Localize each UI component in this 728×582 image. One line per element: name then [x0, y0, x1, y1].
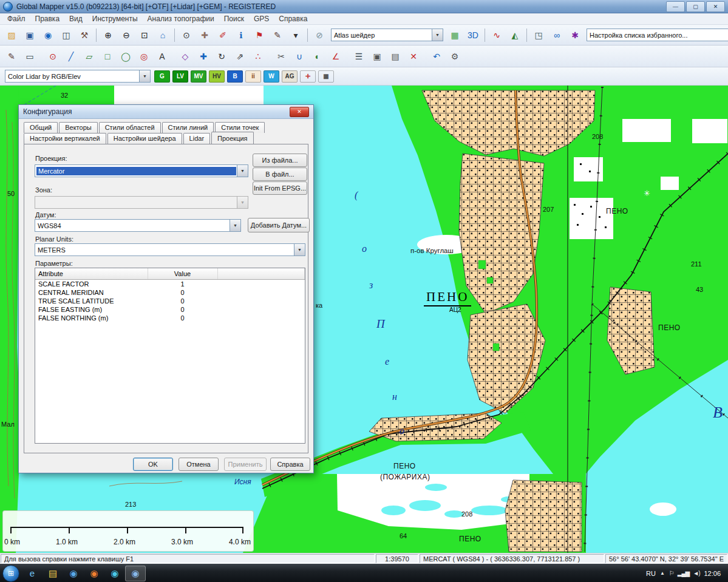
close-button[interactable]: ✕	[706, 1, 725, 12]
taskbar-ie-icon[interactable]: e	[22, 566, 43, 581]
digitizer-edit-icon[interactable]: ✎	[3, 48, 20, 65]
skyview-icon[interactable]: ◭	[506, 27, 523, 44]
tab[interactable]: Стили областей	[99, 122, 161, 133]
taskbar-explorer-icon[interactable]: ▤	[43, 566, 63, 581]
vertex-edit-icon[interactable]: ◇	[177, 48, 194, 65]
lidar-color-combo[interactable]: Color Lidar by RGB/Elev ▼	[5, 70, 151, 83]
new-window-icon[interactable]: ◳	[530, 27, 547, 44]
undo-digitizer-icon[interactable]: ↶	[428, 48, 445, 65]
zoom-in-icon[interactable]: ⊕	[100, 27, 117, 44]
table-row[interactable]: FALSE EASTING (m) 0	[35, 305, 305, 314]
shader-palette-icon[interactable]: ▦	[446, 27, 463, 44]
column-header-attribute[interactable]: Attribute	[35, 268, 148, 280]
table-row[interactable]: CENTRAL MERIDIAN 0	[35, 288, 305, 297]
tool-dropdown-icon[interactable]: ▾	[287, 27, 304, 44]
lidar-ag-icon[interactable]: AG	[282, 70, 298, 83]
menu-item[interactable]: GPS	[249, 14, 274, 24]
buffer-icon[interactable]: ◐	[309, 48, 326, 65]
select-features-icon[interactable]: ▭	[21, 48, 38, 65]
attributes-icon[interactable]: ☰	[350, 48, 367, 65]
delete-feature-icon[interactable]: ✕	[405, 48, 422, 65]
restore-button[interactable]: ▢	[686, 1, 705, 12]
no-tool-icon[interactable]: ⊘	[311, 27, 328, 44]
menu-item[interactable]: Правка	[30, 14, 65, 24]
chevron-down-icon[interactable]: ▼	[432, 29, 443, 41]
menu-item[interactable]: Справка	[274, 14, 312, 24]
create-area-icon[interactable]: ▱	[81, 48, 98, 65]
dialog-close-icon[interactable]: ✕	[290, 107, 309, 117]
create-point-icon[interactable]: ⊙	[44, 48, 61, 65]
overlay-control-icon[interactable]: ◫	[58, 27, 75, 44]
pan-tool-icon[interactable]: ✚	[196, 27, 213, 44]
tab[interactable]: Lidar	[183, 133, 210, 144]
taskbar-firefox-icon[interactable]: ◉	[84, 566, 104, 581]
add-datum-button[interactable]: Добавить Датум...	[248, 218, 310, 232]
init-epsg-button[interactable]: Init From EPSG...	[253, 181, 307, 195]
extra-tools-icon[interactable]: ✱	[566, 27, 583, 44]
open-file-icon[interactable]: ▨	[3, 27, 20, 44]
menu-item[interactable]: Вид	[64, 14, 87, 24]
favorites-combo[interactable]: Настройка списка избранного... ▼	[587, 29, 728, 41]
lidar-people-icon[interactable]: ii	[245, 70, 261, 83]
path-profile-icon[interactable]: ∿	[488, 27, 505, 44]
split-line-icon[interactable]: ✂	[273, 48, 290, 65]
lidar-ground-icon[interactable]: G	[154, 70, 170, 83]
digitizer-tool-icon[interactable]: ✎	[269, 27, 286, 44]
paste-feature-icon[interactable]: ▤	[387, 48, 404, 65]
zoom-window-icon[interactable]: ⊡	[136, 27, 153, 44]
move-feature-icon[interactable]: ✚	[195, 48, 212, 65]
tab[interactable]: Стили линий	[162, 122, 214, 133]
tab[interactable]: Общий	[24, 122, 58, 133]
lidar-move-icon[interactable]: ✛	[300, 70, 316, 83]
lidar-low-veg-icon[interactable]: LV	[172, 70, 188, 83]
tab[interactable]: Настройки шейдера	[107, 133, 182, 144]
taskbar-global-mapper-icon[interactable]: ◉	[125, 566, 146, 581]
table-row[interactable]: TRUE SCALE LATITUDE 0	[35, 297, 305, 305]
shader-combo[interactable]: Atlas шейдер ▼	[331, 29, 443, 41]
column-header-value[interactable]: Value	[148, 268, 217, 280]
clock[interactable]: 12:06	[704, 570, 721, 577]
menu-item[interactable]: Файл	[2, 14, 30, 24]
menu-item[interactable]: Инструменты	[87, 14, 143, 24]
configuration-icon[interactable]: ⚒	[76, 27, 93, 44]
chevron-down-icon[interactable]: ▼	[139, 70, 150, 82]
menu-item[interactable]: Поиск	[219, 14, 249, 24]
language-indicator[interactable]: RU	[646, 570, 656, 577]
tray-flag-icon[interactable]: ⚐	[669, 570, 674, 577]
lidar-water-icon[interactable]: W	[264, 70, 279, 83]
taskbar-media-player-icon[interactable]: ◉	[63, 566, 84, 581]
create-line-icon[interactable]: ╱	[63, 48, 80, 65]
datum-combo[interactable]: WGS84 ▼	[35, 219, 241, 232]
view-3d-icon[interactable]: 3D	[464, 27, 481, 44]
tab[interactable]: Векторы	[59, 122, 97, 133]
help-button[interactable]: Справка	[270, 458, 310, 471]
planar-units-combo[interactable]: METERS ▼	[35, 243, 305, 256]
zoom-out-icon[interactable]: ⊖	[118, 27, 135, 44]
globe-icon[interactable]: ◉	[39, 27, 56, 44]
tab[interactable]: Настройки вертикалей	[24, 133, 106, 144]
minimize-button[interactable]: —	[666, 1, 685, 12]
create-rect-icon[interactable]: □	[99, 48, 116, 65]
menu-item[interactable]: Анализ топографии	[143, 14, 219, 24]
full-view-icon[interactable]: ⌂	[154, 27, 171, 44]
cancel-button[interactable]: Отмена	[179, 458, 219, 471]
chevron-down-icon[interactable]: ▼	[237, 165, 248, 177]
flag-tool-icon[interactable]: ⚑	[251, 27, 268, 44]
zoom-tool-icon[interactable]: ⊙	[178, 27, 195, 44]
from-file-button[interactable]: Из файла...	[253, 154, 307, 167]
digitizer-options-icon[interactable]: ⚙	[446, 48, 463, 65]
lidar-med-veg-icon[interactable]: MV	[191, 70, 206, 83]
table-row[interactable]: SCALE FACTOR 1	[35, 280, 305, 289]
lidar-grid-icon[interactable]: ▦	[318, 70, 334, 83]
scale-feature-icon[interactable]: ⇗	[231, 48, 248, 65]
chevron-down-icon[interactable]: ▼	[294, 244, 305, 255]
lidar-high-veg-icon[interactable]: HV	[209, 70, 225, 83]
create-circle-icon[interactable]: ◯	[117, 48, 134, 65]
feature-info-tool-icon[interactable]: ℹ	[233, 27, 250, 44]
measure-tool-icon[interactable]: ✐	[214, 27, 231, 44]
show-hidden-icons[interactable]: ▲	[660, 570, 665, 576]
create-text-icon[interactable]: A	[154, 48, 171, 65]
table-row[interactable]: FALSE NORTHING (m) 0	[35, 314, 305, 322]
taskbar-app-icon[interactable]: ◉	[104, 566, 125, 581]
measure-feature-icon[interactable]: ∠	[327, 48, 344, 65]
